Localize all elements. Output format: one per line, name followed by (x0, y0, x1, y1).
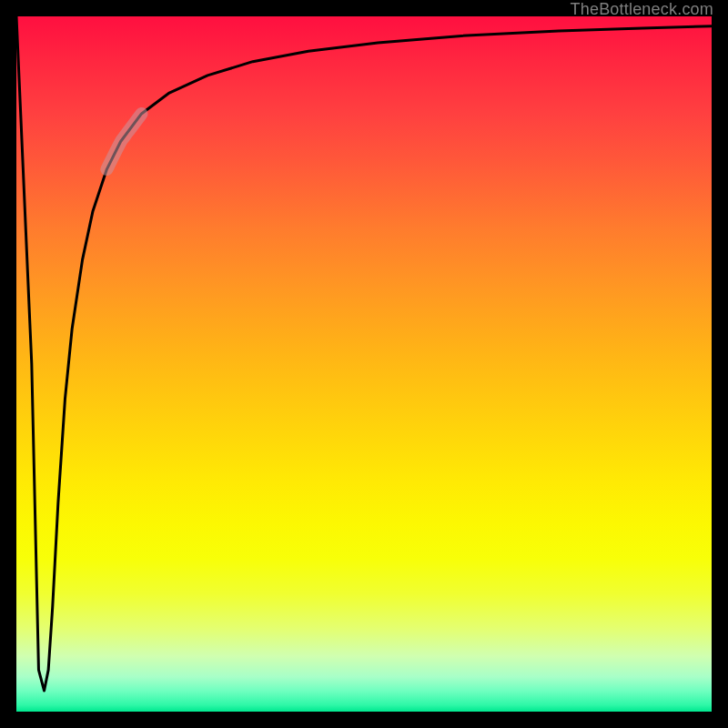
curve-layer (16, 16, 712, 712)
chart-stage: TheBottleneck.com (0, 0, 728, 728)
bottleneck-curve (16, 16, 712, 691)
curve-highlight-segment (106, 114, 141, 169)
plot-area (16, 16, 712, 712)
